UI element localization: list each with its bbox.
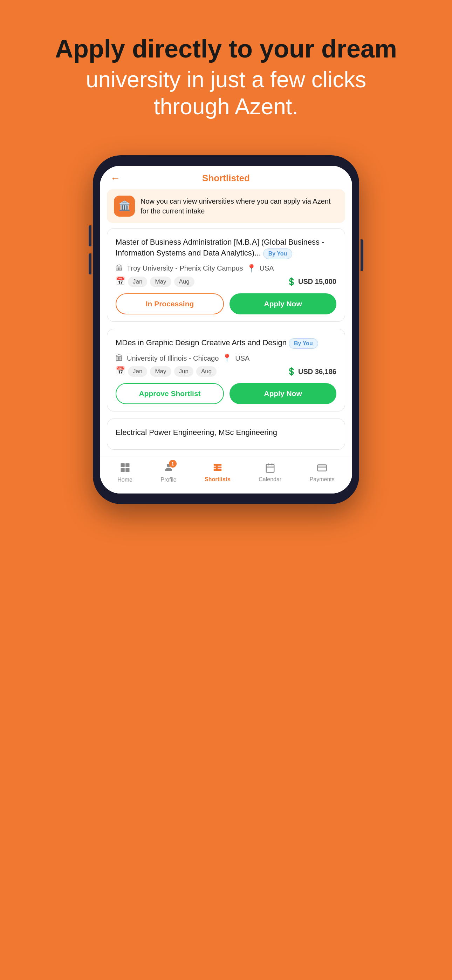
back-button[interactable]: ← — [110, 173, 120, 184]
location-2: USA — [235, 354, 250, 363]
course-title-2: MDes in Graphic Design Creative Arts and… — [116, 337, 336, 349]
svg-rect-8 — [216, 465, 218, 471]
phone-frame-wrapper: ← Shortlisted 🏛️ Now you can view univer… — [93, 155, 359, 504]
intake-jan-2: Jan — [128, 366, 147, 377]
shortlists-icon — [212, 463, 223, 474]
nav-profile[interactable]: 1 Profile — [161, 462, 176, 483]
calendar-nav-icon — [265, 463, 275, 474]
nav-home[interactable]: Home — [118, 462, 132, 483]
hero-subtitle: university in just a few clicks through … — [55, 66, 397, 120]
svg-rect-13 — [318, 465, 326, 471]
svg-rect-3 — [126, 468, 129, 472]
phone-screen: ← Shortlisted 🏛️ Now you can view univer… — [100, 166, 352, 493]
hero-section: Apply directly to your dream university … — [27, 0, 425, 141]
hero-title-bold: Apply directly to your dream — [55, 35, 397, 63]
in-processing-button[interactable]: In Processing — [116, 293, 224, 314]
university-meta-1: 🏛 Troy University - Phenix City Campus 📍… — [116, 264, 336, 273]
phone-volume-down — [89, 253, 91, 274]
intake-may-1: May — [150, 277, 171, 287]
nav-shortlists-label: Shortlists — [205, 476, 231, 483]
course-card-2: MDes in Graphic Design Creative Arts and… — [107, 329, 345, 412]
nav-payments-label: Payments — [310, 476, 334, 483]
bottom-nav: Home 1 Profile Shortlists — [100, 457, 352, 493]
calendar-icon-2: 📅 — [116, 366, 125, 377]
approve-shortlist-button[interactable]: Approve Shortlist — [116, 383, 224, 404]
by-you-badge-2: By You — [289, 338, 318, 349]
notification-icon: 🏛️ — [114, 196, 135, 216]
dollar-icon-2: 💲 — [286, 367, 296, 376]
course-card-1: Master of Business Administration [M.B.A… — [107, 228, 345, 322]
svg-rect-0 — [121, 463, 124, 467]
location-1: USA — [259, 264, 274, 272]
dollar-icon-1: 💲 — [286, 277, 296, 286]
nav-profile-label: Profile — [161, 477, 176, 483]
intake-aug-1: Aug — [174, 277, 194, 287]
university-icon-2: 🏛 — [116, 354, 123, 363]
apply-now-button-2[interactable]: Apply Now — [229, 383, 336, 404]
university-name-1: Troy University - Phenix City Campus — [127, 264, 243, 272]
phone-power-button — [361, 239, 363, 271]
payments-icon — [317, 463, 327, 474]
svg-rect-9 — [266, 465, 274, 473]
location-pin-1: 📍 — [247, 264, 256, 273]
app-header: ← Shortlisted — [100, 166, 352, 189]
details-row-1: 📅 Jan May Aug 💲 USD 15,000 — [116, 277, 336, 287]
intakes-2: 📅 Jan May Jun Aug — [116, 366, 216, 377]
apply-now-button-1[interactable]: Apply Now — [229, 293, 336, 314]
phone-frame: ← Shortlisted 🏛️ Now you can view univer… — [93, 155, 359, 504]
phone-volume-up — [89, 225, 91, 247]
action-row-2: Approve Shortlist Apply Now — [116, 383, 336, 404]
course-title-1: Master of Business Administration [M.B.A… — [116, 237, 336, 259]
home-icon — [120, 462, 131, 475]
by-you-badge-1: By You — [263, 248, 293, 259]
nav-calendar-label: Calendar — [259, 476, 282, 483]
action-row-1: In Processing Apply Now — [116, 293, 336, 314]
location-pin-2: 📍 — [222, 354, 232, 363]
university-name-2: University of Illinois - Chicago — [127, 354, 219, 363]
intakes-1: 📅 Jan May Aug — [116, 277, 194, 287]
calendar-icon-1: 📅 — [116, 277, 125, 287]
profile-badge: 1 — [169, 460, 177, 468]
tuition-1: 💲 USD 15,000 — [286, 277, 336, 286]
course-card-3-partial: Electrical Power Engineering, MSc Engine… — [107, 418, 345, 450]
svg-rect-1 — [126, 463, 129, 467]
cards-container: Master of Business Administration [M.B.A… — [100, 228, 352, 450]
university-icon-1: 🏛 — [116, 264, 123, 273]
intake-jan-1: Jan — [128, 277, 147, 287]
university-meta-2: 🏛 University of Illinois - Chicago 📍 USA — [116, 354, 336, 363]
nav-payments[interactable]: Payments — [310, 463, 334, 483]
details-row-2: 📅 Jan May Jun Aug 💲 USD 36,186 — [116, 366, 336, 377]
intake-jun-2: Jun — [174, 366, 193, 377]
nav-shortlists[interactable]: Shortlists — [205, 463, 231, 483]
nav-home-label: Home — [118, 477, 132, 483]
intake-may-2: May — [150, 366, 171, 377]
course-title-3: Electrical Power Engineering, MSc Engine… — [116, 427, 336, 438]
screen-title: Shortlisted — [202, 173, 250, 184]
intake-aug-2: Aug — [196, 366, 216, 377]
notification-text: Now you can view universities where you … — [140, 196, 338, 216]
svg-rect-2 — [121, 468, 124, 472]
tuition-2: 💲 USD 36,186 — [286, 367, 336, 376]
notification-banner: 🏛️ Now you can view universities where y… — [107, 189, 345, 223]
profile-icon: 1 — [163, 462, 174, 475]
nav-calendar[interactable]: Calendar — [259, 463, 282, 483]
